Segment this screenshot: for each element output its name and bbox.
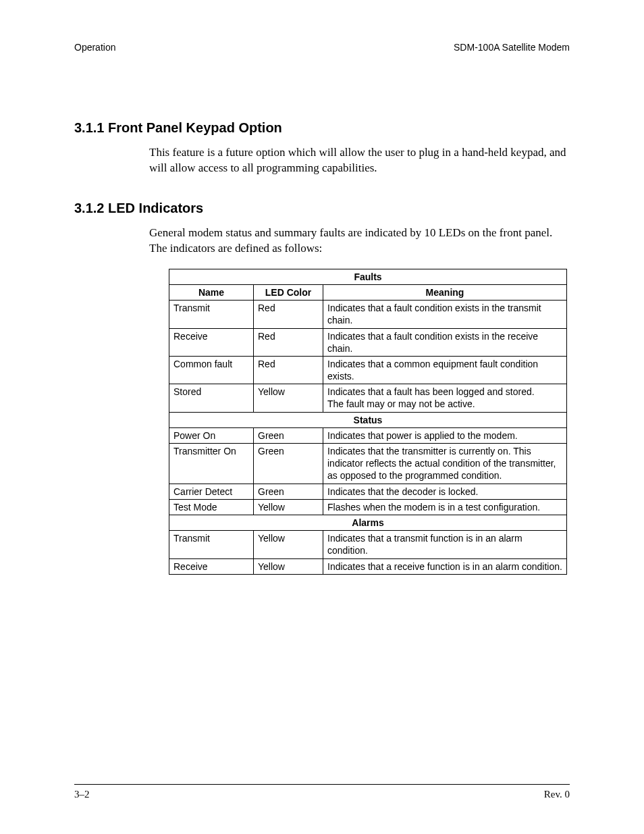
table-row: Carrier Detect Green Indicates that the … [169, 484, 567, 499]
cell-name: Common fault [169, 356, 254, 384]
led-table: Faults Name LED Color Meaning Transmit R… [169, 269, 567, 575]
group-header: Faults [169, 269, 567, 284]
cell-name: Transmitter On [169, 444, 254, 484]
cell-name: Test Mode [169, 499, 254, 515]
cell-color: Green [254, 427, 323, 443]
page: Operation SDM-100A Satellite Modem 3.1.1… [0, 0, 644, 834]
table-row: Transmit Red Indicates that a fault cond… [169, 301, 567, 328]
cell-meaning: Indicates that a common equipment fault … [323, 356, 567, 384]
table-row: Power On Green Indicates that power is a… [169, 427, 567, 443]
header-left: Operation [74, 42, 115, 53]
cell-color: Yellow [254, 499, 323, 515]
cell-meaning: Indicates that a receive function is in … [323, 558, 567, 574]
col-name: Name [169, 284, 254, 300]
cell-name: Carrier Detect [169, 484, 254, 499]
header-right: SDM-100A Satellite Modem [454, 42, 570, 53]
cell-color: Yellow [254, 531, 323, 558]
cell-name: Transmit [169, 531, 254, 558]
cell-meaning: Indicates that a fault condition exists … [323, 328, 567, 356]
table-row: Common fault Red Indicates that a common… [169, 356, 567, 384]
page-footer: 3–2 Rev. 0 [74, 784, 570, 800]
cell-name: Receive [169, 558, 254, 574]
table-row: Transmitter On Green Indicates that the … [169, 444, 567, 484]
group-header: Status [169, 412, 567, 427]
footer-rule [74, 784, 570, 785]
table-row: Receive Yellow Indicates that a receive … [169, 558, 567, 574]
cell-color: Green [254, 484, 323, 499]
table-group-status: Status [169, 412, 567, 427]
cell-name: Receive [169, 328, 254, 356]
page-header: Operation SDM-100A Satellite Modem [74, 42, 570, 53]
group-header: Alarms [169, 515, 567, 530]
cell-color: Yellow [254, 384, 323, 412]
body-3-1-1: This feature is a future option which wi… [149, 145, 570, 176]
cell-meaning: Indicates that the transmitter is curren… [323, 444, 567, 484]
table-row: Receive Red Indicates that a fault condi… [169, 328, 567, 356]
footer-page-number: 3–2 [74, 789, 90, 800]
cell-meaning: Indicates that a fault condition exists … [323, 301, 567, 328]
cell-color: Red [254, 356, 323, 384]
table-row: Stored Yellow Indicates that a fault has… [169, 384, 567, 412]
table-row: Test Mode Yellow Flashes when the modem … [169, 499, 567, 515]
cell-name: Stored [169, 384, 254, 412]
footer-revision: Rev. 0 [544, 789, 570, 800]
cell-meaning: Flashes when the modem is in a test conf… [323, 499, 567, 515]
heading-3-1-1: 3.1.1 Front Panel Keypad Option [74, 120, 570, 136]
cell-meaning: Indicates that the decoder is locked. [323, 484, 567, 499]
cell-color: Red [254, 301, 323, 328]
cell-meaning: Indicates that a fault has been logged a… [323, 384, 567, 412]
cell-meaning: Indicates that power is applied to the m… [323, 427, 567, 443]
cell-name: Power On [169, 427, 254, 443]
col-color: LED Color [254, 284, 323, 300]
cell-color: Red [254, 328, 323, 356]
cell-color: Green [254, 444, 323, 484]
table-row: Transmit Yellow Indicates that a transmi… [169, 531, 567, 558]
col-meaning: Meaning [323, 284, 567, 300]
cell-name: Transmit [169, 301, 254, 328]
table-group-alarms: Alarms [169, 515, 567, 530]
cell-color: Yellow [254, 558, 323, 574]
body-3-1-2: General modem status and summary faults … [149, 226, 570, 257]
table-column-headers: Name LED Color Meaning [169, 284, 567, 300]
cell-meaning: Indicates that a transmit function is in… [323, 531, 567, 558]
heading-3-1-2: 3.1.2 LED Indicators [74, 201, 570, 216]
table-group-faults: Faults [169, 269, 567, 284]
